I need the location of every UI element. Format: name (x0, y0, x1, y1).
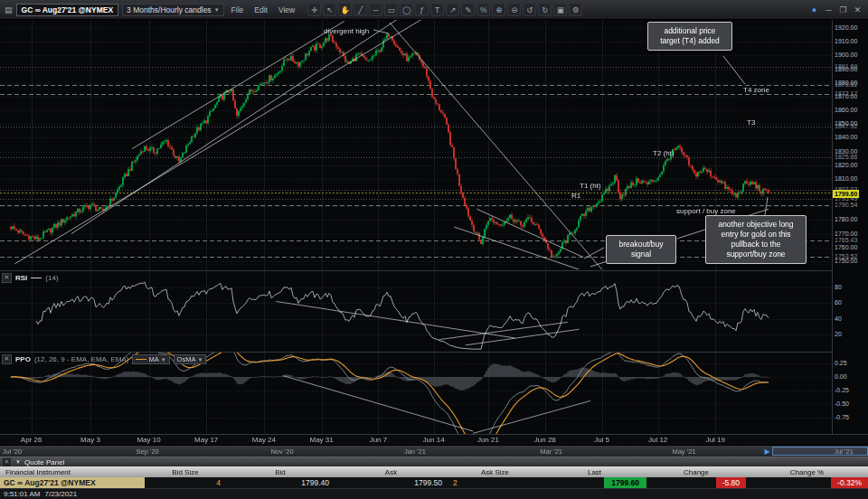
menu-file[interactable]: File (228, 5, 248, 14)
price-axis-label: 1810.00 (835, 175, 857, 182)
minimize-icon[interactable]: ─ (823, 4, 835, 15)
scrollbar-thumb[interactable] (772, 447, 868, 456)
date-label: May 10 (137, 436, 160, 444)
rsi-axis-label: 60 (835, 299, 842, 306)
date-label: Jun 7 (370, 436, 388, 444)
ppo-close-button[interactable]: ✕ (2, 354, 12, 364)
chart-region: 1920.001910.001900.001890.001880.001870.… (0, 20, 868, 434)
rectangle-icon[interactable]: ▭ (384, 3, 398, 16)
fibonacci-icon[interactable]: ƒ (415, 3, 429, 16)
col-change[interactable]: Change (646, 468, 746, 476)
rsi-axis-label: 20 (835, 331, 842, 337)
ppo-axis-label: -0.50 (835, 400, 849, 407)
ppo-ma-button[interactable]: MA ▼ (132, 354, 169, 364)
price-level-label: 1753.52 (835, 253, 857, 259)
quote-panel-close-button[interactable]: ✕ (2, 457, 12, 467)
quote-row[interactable]: GC ∞ Aug27'21 @NYMEX 4 1799.40 1799.50 2… (0, 477, 868, 488)
col-ask-size[interactable]: Ask Size (448, 468, 542, 476)
ellipse-icon[interactable]: ◯ (400, 3, 413, 16)
undo-icon[interactable]: ↺ (523, 3, 536, 16)
rsi-period: (14) (45, 274, 58, 282)
col-bid[interactable]: Bid (226, 468, 335, 476)
rsi-title: RSI (15, 274, 27, 282)
cell-instrument[interactable]: GC ∞ Aug27'21 @NYMEX (0, 477, 145, 488)
last-price-value: 1799.60 (604, 477, 646, 488)
camera-icon[interactable]: ▣ (553, 3, 567, 16)
timeframe-dropdown[interactable]: 3 Months/Hourly candles ▼ (122, 4, 224, 16)
col-ask[interactable]: Ask (335, 468, 448, 476)
pointer-icon[interactable]: ↖ (323, 3, 336, 16)
history-label: Jul '20 (3, 447, 22, 456)
percent-icon[interactable]: % (476, 3, 490, 16)
trendline-icon[interactable]: ╱ (354, 3, 367, 16)
date-label: Jun 14 (423, 436, 445, 444)
ppo-params: (12, 26, 9 - EMA, EMA, EMA) (34, 355, 128, 363)
app-icon: ▤ (5, 5, 13, 14)
quote-panel-titlebar[interactable]: ✕ ▼ Quote Panel (0, 457, 868, 466)
ppo-osma-button[interactable]: OsMA ▼ (174, 354, 207, 364)
chart-canvas[interactable] (0, 20, 832, 434)
menu-edit[interactable]: Edit (250, 5, 271, 14)
date-label: Jul 12 (648, 436, 667, 444)
zoom-in-icon[interactable]: ⊕ (492, 3, 505, 16)
history-label: Jan '21 (404, 447, 426, 456)
hand-icon[interactable]: ✋ (338, 3, 352, 16)
col-last[interactable]: Last (542, 468, 646, 476)
date-axis: Apr 26May 3May 10May 17May 24May 31Jun 7… (0, 434, 868, 445)
crosshair-icon[interactable]: ✛ (307, 3, 321, 16)
price-level-label: 1878.62 (835, 81, 857, 88)
quote-panel-headers: Financial Instrument Bid Size Bid Ask As… (0, 466, 868, 477)
cell-last: 1799.60 (542, 477, 646, 488)
date-label: May 17 (194, 436, 218, 444)
scroll-arrow-icon[interactable]: ▶ (764, 447, 769, 456)
date-label: May 3 (80, 436, 100, 444)
redo-icon[interactable]: ↻ (538, 3, 552, 16)
zoom-out-icon[interactable]: ⊖ (507, 3, 521, 16)
date-label: Jun 28 (534, 436, 556, 444)
collapse-triangle-icon[interactable]: ▼ (15, 459, 21, 465)
ppo-axis-label: -0.25 (835, 387, 849, 393)
change-pct-value: -0.32% (831, 477, 868, 488)
arrow-tool-icon[interactable]: ↗ (446, 3, 459, 16)
price-axis-label: 1780.00 (835, 216, 857, 222)
ppo-axis-label: 0.00 (835, 373, 847, 380)
col-financial-instrument[interactable]: Financial Instrument (0, 468, 145, 476)
ppo-title: PPO (15, 355, 31, 363)
price-level-label: 1891.69 (835, 63, 857, 70)
settings-icon[interactable]: ⚙ (569, 3, 582, 16)
rsi-axis-label: 80 (835, 284, 842, 290)
symbol-tab[interactable]: GC ∞ Aug27'21 @NYMEX (16, 4, 119, 16)
date-label: May 31 (309, 436, 333, 444)
info-icon[interactable]: ● (808, 4, 820, 15)
ppo-axis-label: -0.75 (835, 414, 849, 420)
price-axis-label: 1820.00 (835, 162, 857, 168)
date-label: Apr 26 (21, 436, 42, 444)
price-axis-label: 1920.00 (835, 24, 857, 31)
maximize-icon[interactable]: ❐ (837, 4, 849, 15)
ma-line-legend (136, 359, 146, 360)
pencil-icon[interactable]: ✎ (461, 3, 475, 16)
menu-view[interactable]: View (275, 5, 298, 14)
chevron-down-icon: ▼ (214, 7, 220, 13)
text-tool-icon[interactable]: T (430, 3, 444, 16)
drawing-toolbar: ✛↖✋╱─▭◯ƒT↗✎%⊕⊖↺↻▣⚙ (307, 3, 582, 16)
price-axis-label: 1910.00 (835, 38, 857, 44)
cell-bid: 1799.40 (226, 477, 335, 488)
date-label: Jul 19 (706, 436, 725, 444)
price-axis[interactable]: 1920.001910.001900.001890.001880.001870.… (832, 20, 868, 434)
chevron-down-icon: ▼ (161, 357, 166, 362)
ppo-panel-header: ✕ PPO (12, 26, 9 - EMA, EMA, EMA) MA ▼ O… (2, 354, 206, 364)
col-change-pct[interactable]: Change % (746, 468, 868, 476)
ma-button-label: MA (148, 355, 158, 363)
history-scrollbar[interactable]: Jul '20Sep '20Nov '20Jan '21Mar '21May '… (0, 445, 868, 457)
rsi-close-button[interactable]: ✕ (2, 273, 12, 283)
price-axis-label: 1860.00 (835, 107, 857, 113)
rsi-line-legend (31, 278, 42, 278)
close-icon[interactable]: ✕ (852, 4, 863, 15)
price-axis-label: 1840.00 (835, 134, 857, 140)
horizontal-line-icon[interactable]: ─ (369, 3, 382, 16)
price-axis-label: 1900.00 (835, 52, 857, 58)
history-label: Mar '21 (540, 447, 562, 456)
history-label: Nov '20 (270, 447, 293, 456)
col-bid-size[interactable]: Bid Size (145, 468, 226, 476)
